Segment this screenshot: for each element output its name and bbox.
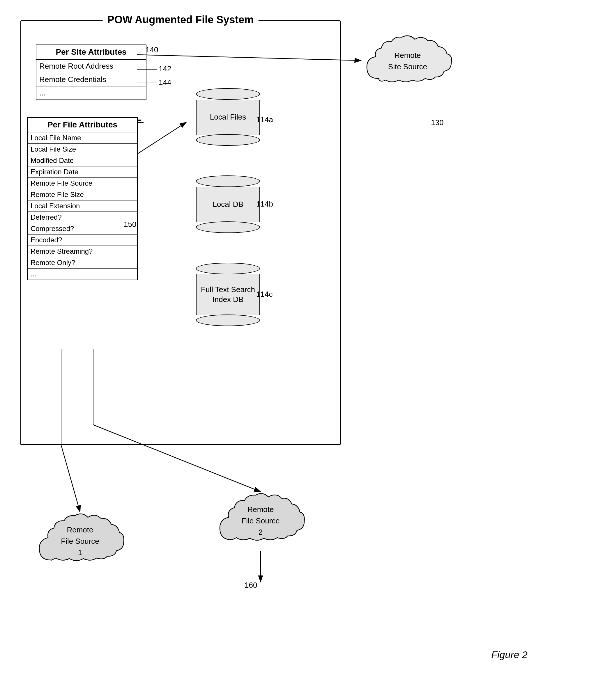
per-file-paper-front: Per File Attributes Local File Name Loca… (27, 117, 138, 280)
remote-file-source-row: Remote File Source (28, 178, 137, 189)
local-files-label: Local Files (210, 112, 246, 122)
per-file-ellipsis-row: ... (28, 269, 137, 280)
remote-site-cloud: RemoteSite Source (361, 32, 454, 90)
modified-date-row: Modified Date (28, 155, 137, 167)
local-files-top (196, 88, 260, 100)
local-files-body: Local Files (196, 100, 260, 135)
local-extension-row: Local Extension (28, 200, 137, 212)
per-site-attributes-box: Per Site Attributes Remote Root Address … (36, 44, 147, 100)
remote-credentials-row: Remote Credentials (37, 73, 146, 86)
svg-text:130: 130 (431, 118, 443, 127)
local-files-cylinder: Local Files (196, 88, 260, 146)
remote-file-source-1-cloud: RemoteFile Source1 (35, 509, 125, 573)
remote-only-row: Remote Only? (28, 257, 137, 269)
remote-file-size-row: Remote File Size (28, 189, 137, 200)
per-site-header: Per Site Attributes (37, 45, 146, 60)
fts-bottom (196, 315, 260, 326)
per-file-header: Per File Attributes (28, 118, 137, 132)
fts-top (196, 263, 260, 274)
local-files-bottom (196, 134, 260, 146)
remote-file-source-2-cloud: RemoteFile Source2 (215, 489, 306, 553)
local-db-top (196, 175, 260, 187)
remote-site-label: RemoteSite Source (388, 50, 427, 72)
svg-text:160: 160 (245, 581, 257, 589)
rfs2-label: RemoteFile Source2 (241, 504, 280, 538)
fts-label: Full Text Search Index DB (196, 285, 260, 305)
local-file-name-row: Local File Name (28, 132, 137, 144)
deferred-row: Deferred? (28, 212, 137, 223)
local-file-size-row: Local File Size (28, 144, 137, 155)
local-db-bottom (196, 222, 260, 233)
fts-cylinder: Full Text Search Index DB (196, 263, 260, 326)
remote-root-address-row: Remote Root Address (37, 60, 146, 73)
fts-body: Full Text Search Index DB (196, 274, 260, 315)
local-db-cylinder: Local DB (196, 175, 260, 233)
local-db-label: Local DB (212, 200, 244, 210)
remote-streaming-row: Remote Streaming? (28, 246, 137, 257)
local-db-body: Local DB (196, 187, 260, 222)
svg-line-11 (61, 445, 80, 512)
expiration-date-row: Expiration Date (28, 167, 137, 178)
figure-label: Figure 2 (491, 649, 528, 660)
diagram-container: POW Augmented File System Per Site Attri… (12, 12, 600, 689)
compressed-row: Compressed? (28, 223, 137, 234)
main-box-title: POW Augmented File System (103, 13, 259, 27)
main-box: POW Augmented File System Per Site Attri… (20, 20, 340, 445)
encoded-row: Encoded? (28, 234, 137, 246)
rfs1-label: RemoteFile Source1 (61, 524, 99, 558)
per-site-ellipsis-row: ... (37, 86, 146, 100)
